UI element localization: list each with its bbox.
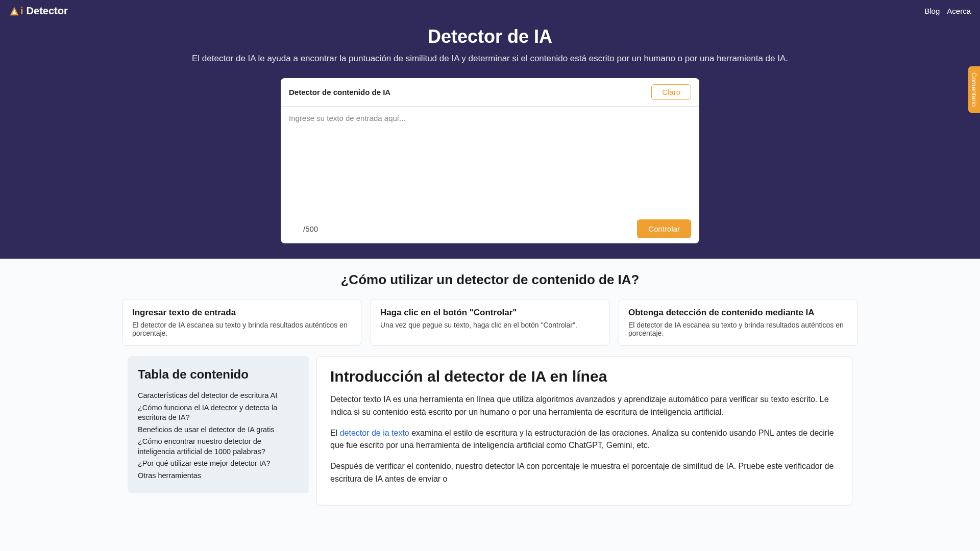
- tool-panel-title: Detector de contenido de IA: [289, 88, 390, 96]
- content-area: Tabla de contenido Características del d…: [118, 356, 862, 521]
- toc-item[interactable]: ¿Cómo encontrar nuestro detector de inte…: [138, 436, 299, 458]
- toc-item[interactable]: Otras herramientas: [138, 470, 299, 482]
- toc-item[interactable]: ¿Por qué utilizar este mejor detector IA…: [138, 458, 299, 470]
- toc-item[interactable]: ¿Cómo funciona el IA detector y detecta …: [138, 402, 299, 424]
- article: Introducción al detector de IA en línea …: [316, 356, 852, 506]
- step-card: Ingresar texto de entrada El detector de…: [122, 299, 361, 346]
- step-card: Obtenga detección de contenido mediante …: [619, 299, 857, 346]
- step-card: Haga clic en el botón "Controlar" Una ve…: [371, 299, 609, 346]
- article-paragraph: El detector de ia texto examina el estil…: [330, 427, 839, 453]
- toc-list: Características del detector de escritur…: [138, 390, 299, 482]
- toc-title: Tabla de contenido: [138, 367, 299, 382]
- howto-title: ¿Cómo utilizar un detector de contenido …: [9, 272, 971, 288]
- nav-links: Blog Acerca: [924, 7, 971, 15]
- table-of-contents: Tabla de contenido Características del d…: [128, 356, 309, 493]
- page-subtitle: El detector de IA le ayuda a encontrar l…: [9, 54, 971, 64]
- step-desc: Una vez que pegue su texto, haga clic en…: [380, 321, 600, 329]
- steps-row: Ingresar texto de entrada El detector de…: [122, 299, 857, 346]
- top-nav: i Detector Blog Acerca: [9, 5, 971, 17]
- clear-button[interactable]: Claro: [651, 84, 691, 100]
- submit-button[interactable]: Controlar: [637, 219, 691, 238]
- step-title: Haga clic en el botón "Controlar": [380, 308, 600, 318]
- step-desc: El detector de IA escanea su texto y bri…: [132, 321, 352, 337]
- article-intro-title: Introducción al detector de IA en línea: [330, 368, 839, 385]
- logo-word: Detector: [27, 5, 68, 17]
- step-title: Ingresar texto de entrada: [132, 308, 352, 318]
- toc-item[interactable]: Características del detector de escritur…: [138, 390, 299, 402]
- step-title: Obtenga detección de contenido mediante …: [628, 308, 848, 318]
- nav-blog-link[interactable]: Blog: [924, 7, 940, 15]
- detector-tool-card: Detector de contenido de IA Claro /500 C…: [281, 78, 699, 243]
- feedback-tab[interactable]: Comentario: [968, 66, 980, 113]
- tool-footer: /500 Controlar: [281, 214, 699, 243]
- hero-section: i Detector Blog Acerca Detector de IA El…: [0, 0, 980, 259]
- tool-header: Detector de contenido de IA Claro: [281, 78, 699, 107]
- article-paragraph: Detector texto IA es una herramienta en …: [330, 393, 839, 419]
- step-desc: El detector de IA escanea su texto y bri…: [628, 321, 848, 337]
- nav-about-link[interactable]: Acerca: [947, 7, 971, 15]
- char-counter: /500: [289, 224, 318, 233]
- article-paragraph: Después de verificar el contenido, nuest…: [330, 460, 839, 486]
- input-textarea[interactable]: [281, 107, 699, 214]
- howto-section: ¿Cómo utilizar un detector de contenido …: [0, 259, 980, 356]
- logo-ai-icon: i: [9, 5, 23, 17]
- page-title: Detector de IA: [9, 26, 971, 47]
- logo[interactable]: i Detector: [9, 5, 68, 17]
- toc-item[interactable]: Beneficios de usar el detector de IA gra…: [138, 424, 299, 436]
- inline-link[interactable]: detector de ia texto: [340, 429, 409, 437]
